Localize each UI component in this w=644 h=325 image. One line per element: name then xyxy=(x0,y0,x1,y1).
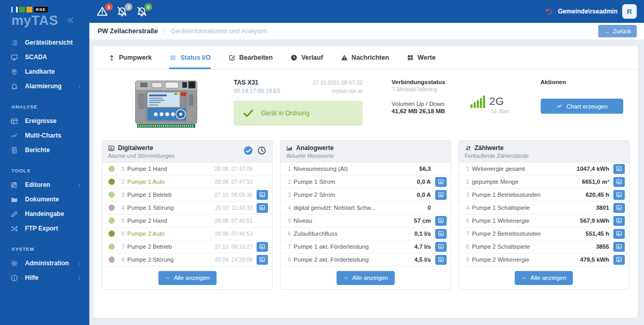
row-label: Zulaufdurchfluss xyxy=(293,231,337,237)
sidebar-item-label: Hilfe xyxy=(25,274,38,281)
tab-verlauf[interactable]: Verlauf xyxy=(290,46,323,69)
chart-box-icon xyxy=(616,179,622,185)
sidebar: RSE myTAS Geräteübersicht SCADA Landkart… xyxy=(0,0,89,325)
connection-status-value: T-Mobile/Telering xyxy=(392,86,458,92)
tab-label: Status I/O xyxy=(180,54,210,61)
row-number: 4 xyxy=(287,205,291,211)
actions-label: Aktionen xyxy=(541,79,623,85)
row-number: 8 xyxy=(120,256,125,263)
counter-row: 9 Pumpe 2 Wirkenergie 479,5 kWh xyxy=(459,253,629,266)
panel-title: Zählwerte xyxy=(475,144,504,152)
sidebar-item-berichte[interactable]: Berichte xyxy=(0,143,89,157)
row-chart-button[interactable] xyxy=(613,255,625,265)
counter-row: 2 gepumpte Menge 6651,0 m³ xyxy=(459,175,629,188)
sidebar-item-hilfe[interactable]: Hilfe xyxy=(0,270,89,285)
chevron-down-icon xyxy=(165,275,171,281)
row-chart-button[interactable] xyxy=(257,203,268,213)
row-chart-button[interactable] xyxy=(613,177,625,187)
check-circle-icon[interactable] xyxy=(244,146,253,155)
row-label: Niveaumessung (AI) xyxy=(293,166,347,172)
tab-status-i-o[interactable]: Status I/O xyxy=(169,46,210,69)
row-label: Pumpe 2 Betriebsstunden xyxy=(472,231,541,237)
tab-nachrichten[interactable]: Nachrichten xyxy=(341,46,389,69)
sidebar-item-landkarte[interactable]: Landkarte xyxy=(0,64,89,79)
row-chart-button[interactable] xyxy=(435,216,447,226)
panel-title: Analogwerte xyxy=(296,144,333,152)
sidebar-item-scada[interactable]: SCADA xyxy=(0,50,89,64)
row-label: Pumpe 2 Auto xyxy=(127,231,165,237)
digital-rows: 1 Pumpe 1 Hand 28.08. 07:47:09 2 Pumpe 1… xyxy=(102,162,272,266)
status-dot xyxy=(109,192,115,198)
row-chart-button[interactable] xyxy=(257,242,268,252)
page-title: PW Zellacherstraße xyxy=(98,28,158,35)
row-chart-button[interactable] xyxy=(435,229,447,239)
sidebar-item-editoren[interactable]: Editoren xyxy=(0,178,89,192)
row-chart-button[interactable] xyxy=(613,190,625,200)
chart-box-icon xyxy=(616,256,622,263)
row-chart-button[interactable] xyxy=(257,255,268,265)
analog-row: 1 Niveaumessung (AI) 56,3 xyxy=(280,162,450,175)
clock-filled-icon xyxy=(290,54,298,61)
row-label: Wirkenergie gesamt xyxy=(472,166,525,172)
row-chart-button[interactable] xyxy=(257,190,268,200)
row-number: 2 xyxy=(120,179,125,185)
show-all-button[interactable]: Alle anzeigen xyxy=(515,271,573,285)
row-label: Pumpe 2 Schaltspiele xyxy=(472,243,530,250)
tab-werte[interactable]: Werte xyxy=(407,46,436,69)
show-all-button[interactable]: Alle anzeigen xyxy=(337,271,395,285)
bell-slash-icon[interactable]: 0 xyxy=(136,6,149,17)
alarm-count-badge: 0 xyxy=(144,3,152,11)
show-all-button[interactable]: Alle anzeigen xyxy=(158,271,217,285)
row-label: digital genutzt: Notstart Schw... xyxy=(293,205,375,211)
tab-bearbeiten[interactable]: Bearbeiten xyxy=(229,46,273,69)
row-value: 4,7 l/s xyxy=(414,243,431,250)
sidebar-item-alarmierung[interactable]: Alarmierung xyxy=(0,79,89,93)
sidebar-item-dokumente[interactable]: Dokumente xyxy=(0,192,89,207)
row-label: Pumpe 1 Betrieb xyxy=(127,192,172,198)
row-chart-button[interactable] xyxy=(613,242,625,252)
bell-slash-icon[interactable]: 3 xyxy=(116,6,129,17)
row-chart-button[interactable] xyxy=(613,216,625,226)
warning-triangle-icon[interactable]: 5 xyxy=(97,6,109,17)
clock-icon[interactable] xyxy=(257,146,266,155)
tab-label: Nachrichten xyxy=(352,54,389,61)
row-chart-button[interactable] xyxy=(613,203,625,213)
sidebar-collapse-icon[interactable] xyxy=(66,16,75,24)
status-dot xyxy=(109,231,115,237)
logout-undo-icon[interactable] xyxy=(545,7,553,16)
row-chart-button[interactable] xyxy=(435,177,447,187)
sidebar-item-label: FTP Export xyxy=(25,225,58,232)
help-icon xyxy=(10,274,18,282)
chart-box-icon xyxy=(616,231,622,237)
back-button[interactable]: ← Zurück xyxy=(598,25,637,37)
pencil-icon xyxy=(10,210,18,218)
sidebar-item-multi-charts[interactable]: Multi-Charts xyxy=(0,128,89,143)
row-label: Pumpe 1 Betriebsstunden xyxy=(472,192,541,198)
chevron-right-icon xyxy=(77,261,82,266)
sidebar-item-ger-te-bersicht[interactable]: Geräteübersicht xyxy=(0,35,89,50)
sidebar-item-handeingabe[interactable]: Handeingabe xyxy=(0,207,89,221)
tab-pumpwerk[interactable]: Pumpwerk xyxy=(108,46,152,69)
sidebar-item-ftp-export[interactable]: FTP Export xyxy=(0,221,89,236)
row-number: 7 xyxy=(287,243,291,250)
row-chart-button[interactable] xyxy=(435,242,447,252)
sidebar-item-ereignisse[interactable]: Ereignisse xyxy=(0,114,89,128)
sidebar-item-administration[interactable]: Administration xyxy=(0,256,89,270)
row-chart-button[interactable] xyxy=(613,229,625,239)
tab-label: Bearbeiten xyxy=(239,54,273,61)
avatar[interactable]: R xyxy=(622,4,637,19)
sidebar-item-label: Geräteübersicht xyxy=(25,39,73,46)
panel-zaehlwerte: Zählwerte Fortlaufende Zählerstände 1 Wi… xyxy=(459,140,629,290)
chart-box-icon xyxy=(616,166,622,172)
device-host: mytas.rse.at xyxy=(331,88,363,94)
chart-box-icon xyxy=(259,192,265,198)
breadcrumb-divider xyxy=(164,27,165,35)
row-chart-button[interactable] xyxy=(435,190,447,200)
row-chart-button[interactable] xyxy=(435,255,447,265)
row-number: 3 xyxy=(120,192,125,198)
row-number: 6 xyxy=(120,231,125,237)
create-chart-button[interactable]: Chart erzeugen xyxy=(541,99,623,114)
row-value: 3801 xyxy=(596,205,609,211)
chevron-down-icon xyxy=(521,275,527,281)
row-chart-button[interactable] xyxy=(613,164,625,174)
